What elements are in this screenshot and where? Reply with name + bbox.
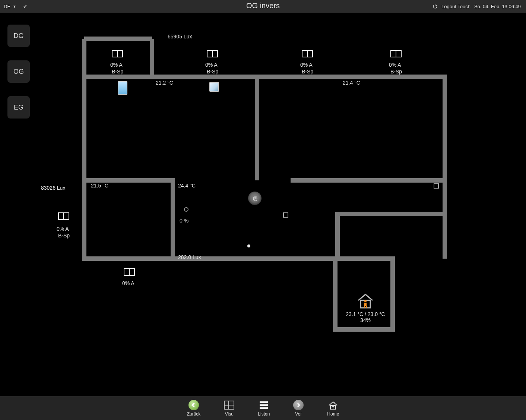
language-code: DE bbox=[4, 4, 10, 9]
language-selector[interactable]: DE ▼ ✔ bbox=[0, 4, 31, 9]
temp-reading: 21.2 °C bbox=[156, 80, 173, 86]
list-icon bbox=[258, 400, 269, 411]
temp-reading: 21.4 °C bbox=[343, 80, 360, 86]
switch-icon[interactable] bbox=[283, 212, 288, 218]
floor-plan: DG OG EG bbox=[0, 13, 526, 396]
blind-mode: B-Sp bbox=[390, 69, 402, 75]
svg-rect-37 bbox=[260, 401, 268, 403]
nav-label: Listen bbox=[258, 411, 270, 417]
nav-home-button[interactable]: Home bbox=[327, 400, 339, 417]
temp-reading: 24.4 °C bbox=[178, 183, 196, 189]
forward-arrow-icon bbox=[293, 400, 304, 410]
floorplan-icon bbox=[224, 400, 235, 411]
svg-rect-39 bbox=[260, 407, 268, 409]
nav-listen-button[interactable]: Listen bbox=[258, 400, 270, 417]
svg-rect-30 bbox=[364, 303, 367, 306]
nav-label: Zurück bbox=[187, 411, 201, 417]
motion-sensor-icon[interactable]: ((•)) bbox=[248, 192, 262, 205]
window-tile-icon[interactable] bbox=[209, 82, 219, 92]
power-icon[interactable] bbox=[432, 4, 438, 9]
nav-label: Visu bbox=[225, 411, 234, 417]
nav-forward-button[interactable]: Vor bbox=[293, 400, 304, 417]
climate-widget[interactable]: 23.1 °C / 23.0 °C 34% bbox=[341, 293, 390, 323]
house-person-icon bbox=[357, 293, 374, 309]
blind-percent: 0% A bbox=[205, 62, 218, 68]
check-icon[interactable]: ✔ bbox=[23, 4, 27, 9]
window-icon[interactable] bbox=[112, 50, 123, 57]
blind-mode: B-Sp bbox=[58, 233, 70, 239]
svg-point-42 bbox=[332, 406, 334, 407]
temp-reading: 21.5 °C bbox=[91, 183, 108, 189]
header-bar: DE ▼ ✔ OG invers Logout Touch So. 04. Fe… bbox=[0, 0, 526, 13]
blind-mode: B-Sp bbox=[207, 69, 218, 75]
climate-humidity: 34% bbox=[341, 317, 390, 323]
caret-down-icon: ▼ bbox=[13, 4, 16, 9]
svg-point-29 bbox=[364, 300, 367, 302]
window-icon[interactable] bbox=[207, 50, 218, 57]
switch-icon[interactable] bbox=[434, 183, 439, 189]
blind-percent: 0% A bbox=[110, 62, 123, 68]
lux-reading-left: 83026 Lux bbox=[41, 185, 65, 191]
blind-percent: 0% A bbox=[300, 62, 313, 68]
back-arrow-icon bbox=[188, 400, 199, 410]
home-icon bbox=[327, 400, 339, 411]
dimmer-icon[interactable] bbox=[184, 207, 188, 212]
window-icon[interactable] bbox=[58, 212, 69, 220]
climate-temps: 23.1 °C / 23.0 °C bbox=[341, 311, 390, 317]
point-icon bbox=[247, 244, 250, 247]
window-icon[interactable] bbox=[302, 50, 313, 57]
logout-link[interactable]: Logout Touch bbox=[441, 4, 470, 9]
blind-mode: B-Sp bbox=[112, 69, 123, 75]
svg-rect-31 bbox=[364, 306, 365, 308]
svg-rect-32 bbox=[366, 306, 367, 308]
dimmer-value: 0 % bbox=[180, 218, 188, 224]
nav-visu-button[interactable]: Visu bbox=[224, 400, 235, 417]
footer-bar: Zurück Visu Listen Vor Home bbox=[0, 396, 526, 420]
window-icon[interactable] bbox=[390, 50, 402, 57]
lux-reading-top: 65905 Lux bbox=[168, 34, 192, 40]
nav-label: Home bbox=[327, 411, 339, 417]
lux-reading-hall: 282.0 Lux bbox=[178, 254, 201, 260]
datetime: So. 04. Feb. 13:06:49 bbox=[474, 4, 521, 9]
blind-mode: B-Sp bbox=[302, 69, 313, 75]
blind-percent: 0% A bbox=[389, 62, 401, 68]
svg-rect-38 bbox=[260, 404, 268, 406]
window-icon[interactable] bbox=[124, 268, 135, 276]
door-icon[interactable] bbox=[118, 81, 127, 95]
nav-back-button[interactable]: Zurück bbox=[187, 400, 201, 417]
nav-label: Vor bbox=[295, 411, 302, 417]
blind-percent: 0% A bbox=[122, 280, 134, 286]
blind-percent: 0% A bbox=[57, 226, 69, 232]
walls bbox=[0, 13, 526, 397]
